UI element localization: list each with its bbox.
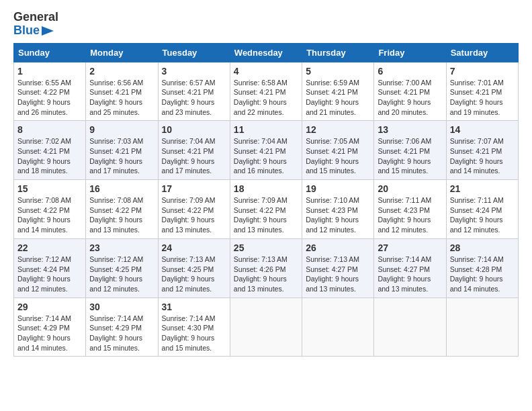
day-number: 27 xyxy=(378,242,442,253)
weekday-header-wednesday: Wednesday xyxy=(230,43,302,62)
header-row: SundayMondayTuesdayWednesdayThursdayFrid… xyxy=(14,43,519,62)
day-info: Sunrise: 7:08 AMSunset: 4:22 PMDaylight:… xyxy=(17,195,82,235)
day-info: Sunrise: 6:58 AMSunset: 4:21 PMDaylight:… xyxy=(234,78,298,118)
calendar-cell: 18Sunrise: 7:09 AMSunset: 4:22 PMDayligh… xyxy=(230,180,302,239)
calendar-week-1: 1Sunrise: 6:55 AMSunset: 4:22 PMDaylight… xyxy=(14,62,519,121)
calendar-cell xyxy=(374,298,446,357)
day-info: Sunrise: 7:06 AMSunset: 4:21 PMDaylight:… xyxy=(378,136,442,176)
calendar-cell: 15Sunrise: 7:08 AMSunset: 4:22 PMDayligh… xyxy=(14,180,86,239)
day-number: 30 xyxy=(89,302,154,312)
day-number: 8 xyxy=(17,124,82,135)
calendar-cell: 2Sunrise: 6:56 AMSunset: 4:21 PMDaylight… xyxy=(86,62,158,121)
calendar-cell xyxy=(302,298,374,357)
logo-block: General Blue xyxy=(13,11,58,38)
day-number: 23 xyxy=(89,242,154,253)
logo-text: General Blue xyxy=(13,11,58,38)
calendar-cell xyxy=(446,298,518,357)
day-info: Sunrise: 7:13 AMSunset: 4:25 PMDaylight:… xyxy=(162,255,226,294)
weekday-header-monday: Monday xyxy=(86,43,158,62)
day-info: Sunrise: 7:02 AMSunset: 4:21 PMDaylight:… xyxy=(17,136,82,176)
calendar-cell: 25Sunrise: 7:13 AMSunset: 4:26 PMDayligh… xyxy=(230,238,302,298)
day-number: 4 xyxy=(234,66,298,77)
calendar-cell: 8Sunrise: 7:02 AMSunset: 4:21 PMDaylight… xyxy=(14,121,86,180)
day-info: Sunrise: 7:14 AMSunset: 4:28 PMDaylight:… xyxy=(450,255,515,294)
day-info: Sunrise: 7:13 AMSunset: 4:27 PMDaylight:… xyxy=(306,255,370,294)
calendar-cell: 17Sunrise: 7:09 AMSunset: 4:22 PMDayligh… xyxy=(158,180,230,239)
day-info: Sunrise: 7:07 AMSunset: 4:21 PMDaylight:… xyxy=(450,136,515,176)
day-number: 31 xyxy=(162,302,226,312)
day-info: Sunrise: 6:59 AMSunset: 4:21 PMDaylight:… xyxy=(306,78,370,118)
day-number: 3 xyxy=(162,66,226,77)
calendar-body: 1Sunrise: 6:55 AMSunset: 4:22 PMDaylight… xyxy=(14,62,519,357)
day-info: Sunrise: 7:14 AMSunset: 4:30 PMDaylight:… xyxy=(162,314,226,353)
weekday-header-saturday: Saturday xyxy=(446,43,518,62)
calendar-cell: 24Sunrise: 7:13 AMSunset: 4:25 PMDayligh… xyxy=(158,238,230,298)
day-number: 10 xyxy=(162,124,226,135)
calendar-cell: 28Sunrise: 7:14 AMSunset: 4:28 PMDayligh… xyxy=(446,238,518,298)
calendar-cell: 27Sunrise: 7:14 AMSunset: 4:27 PMDayligh… xyxy=(374,238,446,298)
day-info: Sunrise: 7:13 AMSunset: 4:26 PMDaylight:… xyxy=(234,255,298,294)
calendar-table: SundayMondayTuesdayWednesdayThursdayFrid… xyxy=(13,43,519,357)
day-number: 16 xyxy=(89,183,154,194)
day-number: 18 xyxy=(234,183,298,194)
day-info: Sunrise: 7:04 AMSunset: 4:21 PMDaylight:… xyxy=(162,136,226,176)
day-number: 15 xyxy=(17,183,82,194)
calendar-cell: 26Sunrise: 7:13 AMSunset: 4:27 PMDayligh… xyxy=(302,238,374,298)
day-info: Sunrise: 7:09 AMSunset: 4:22 PMDaylight:… xyxy=(234,195,298,235)
day-number: 13 xyxy=(378,124,442,135)
day-number: 29 xyxy=(17,302,82,312)
calendar-cell: 11Sunrise: 7:04 AMSunset: 4:21 PMDayligh… xyxy=(230,121,302,180)
calendar-cell: 23Sunrise: 7:12 AMSunset: 4:25 PMDayligh… xyxy=(86,238,158,298)
day-info: Sunrise: 7:14 AMSunset: 4:29 PMDaylight:… xyxy=(17,314,82,353)
day-number: 9 xyxy=(89,124,154,135)
calendar-cell: 21Sunrise: 7:11 AMSunset: 4:24 PMDayligh… xyxy=(446,180,518,239)
calendar-cell: 13Sunrise: 7:06 AMSunset: 4:21 PMDayligh… xyxy=(374,121,446,180)
logo-arrow-icon xyxy=(42,26,54,36)
calendar-cell: 4Sunrise: 6:58 AMSunset: 4:21 PMDaylight… xyxy=(230,62,302,121)
weekday-header-tuesday: Tuesday xyxy=(158,43,230,62)
day-info: Sunrise: 7:14 AMSunset: 4:27 PMDaylight:… xyxy=(378,255,442,294)
day-info: Sunrise: 7:10 AMSunset: 4:23 PMDaylight:… xyxy=(306,195,370,235)
day-info: Sunrise: 7:00 AMSunset: 4:21 PMDaylight:… xyxy=(378,78,442,118)
calendar-week-2: 8Sunrise: 7:02 AMSunset: 4:21 PMDaylight… xyxy=(14,121,519,180)
calendar-cell: 3Sunrise: 6:57 AMSunset: 4:21 PMDaylight… xyxy=(158,62,230,121)
day-number: 21 xyxy=(450,183,515,194)
calendar-cell: 5Sunrise: 6:59 AMSunset: 4:21 PMDaylight… xyxy=(302,62,374,121)
calendar-cell: 31Sunrise: 7:14 AMSunset: 4:30 PMDayligh… xyxy=(158,298,230,357)
calendar-week-4: 22Sunrise: 7:12 AMSunset: 4:24 PMDayligh… xyxy=(14,238,519,298)
day-info: Sunrise: 7:12 AMSunset: 4:25 PMDaylight:… xyxy=(89,255,154,294)
calendar-cell: 19Sunrise: 7:10 AMSunset: 4:23 PMDayligh… xyxy=(302,180,374,239)
day-number: 28 xyxy=(450,242,515,253)
day-number: 5 xyxy=(306,66,370,77)
calendar-cell: 6Sunrise: 7:00 AMSunset: 4:21 PMDaylight… xyxy=(374,62,446,121)
weekday-header-sunday: Sunday xyxy=(14,43,86,62)
day-number: 19 xyxy=(306,183,370,194)
calendar-cell: 14Sunrise: 7:07 AMSunset: 4:21 PMDayligh… xyxy=(446,121,518,180)
day-number: 22 xyxy=(17,242,82,253)
calendar-cell: 29Sunrise: 7:14 AMSunset: 4:29 PMDayligh… xyxy=(14,298,86,357)
day-info: Sunrise: 7:05 AMSunset: 4:21 PMDaylight:… xyxy=(306,136,370,176)
day-number: 6 xyxy=(378,66,442,77)
day-number: 26 xyxy=(306,242,370,253)
day-info: Sunrise: 7:09 AMSunset: 4:22 PMDaylight:… xyxy=(162,195,226,235)
day-info: Sunrise: 7:12 AMSunset: 4:24 PMDaylight:… xyxy=(17,255,82,294)
day-number: 24 xyxy=(162,242,226,253)
day-info: Sunrise: 6:57 AMSunset: 4:21 PMDaylight:… xyxy=(162,78,226,118)
day-number: 17 xyxy=(162,183,226,194)
calendar-week-3: 15Sunrise: 7:08 AMSunset: 4:22 PMDayligh… xyxy=(14,180,519,239)
calendar-cell: 7Sunrise: 7:01 AMSunset: 4:21 PMDaylight… xyxy=(446,62,518,121)
calendar-cell xyxy=(230,298,302,357)
day-number: 20 xyxy=(378,183,442,194)
calendar-cell: 16Sunrise: 7:08 AMSunset: 4:22 PMDayligh… xyxy=(86,180,158,239)
day-info: Sunrise: 7:01 AMSunset: 4:21 PMDaylight:… xyxy=(450,78,515,118)
day-info: Sunrise: 7:11 AMSunset: 4:24 PMDaylight:… xyxy=(450,195,515,235)
svg-marker-0 xyxy=(42,26,54,36)
day-info: Sunrise: 7:03 AMSunset: 4:21 PMDaylight:… xyxy=(89,136,154,176)
weekday-header-thursday: Thursday xyxy=(302,43,374,62)
day-info: Sunrise: 7:04 AMSunset: 4:21 PMDaylight:… xyxy=(234,136,298,176)
calendar-cell: 20Sunrise: 7:11 AMSunset: 4:23 PMDayligh… xyxy=(374,180,446,239)
calendar-cell: 22Sunrise: 7:12 AMSunset: 4:24 PMDayligh… xyxy=(14,238,86,298)
calendar-cell: 12Sunrise: 7:05 AMSunset: 4:21 PMDayligh… xyxy=(302,121,374,180)
day-number: 14 xyxy=(450,124,515,135)
calendar-cell: 10Sunrise: 7:04 AMSunset: 4:21 PMDayligh… xyxy=(158,121,230,180)
